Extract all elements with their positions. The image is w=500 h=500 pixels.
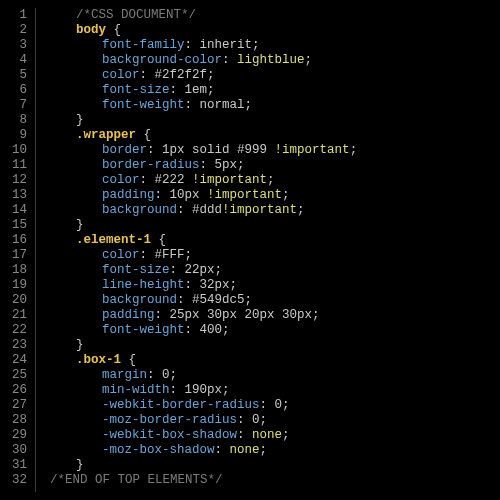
line-number: 7	[12, 98, 27, 113]
line-number: 10	[12, 143, 27, 158]
code-line: line-height: 32px;	[50, 278, 357, 293]
line-number: 24	[12, 353, 27, 368]
line-number: 31	[12, 458, 27, 473]
line-number: 6	[12, 83, 27, 98]
code-line: /*END OF TOP ELEMENTS*/	[50, 473, 357, 488]
line-number: 27	[12, 398, 27, 413]
line-number: 4	[12, 53, 27, 68]
line-number: 1	[12, 8, 27, 23]
code-line: border-radius: 5px;	[50, 158, 357, 173]
line-number: 19	[12, 278, 27, 293]
code-line: border: 1px solid #999 !important;	[50, 143, 357, 158]
line-number: 32	[12, 473, 27, 488]
code-line: color: #FFF;	[50, 248, 357, 263]
code-line: -webkit-box-shadow: none;	[50, 428, 357, 443]
code-line: color: #222 !important;	[50, 173, 357, 188]
line-number: 26	[12, 383, 27, 398]
code-line: font-size: 22px;	[50, 263, 357, 278]
code-line: font-weight: 400;	[50, 323, 357, 338]
line-number: 20	[12, 293, 27, 308]
code-line: font-family: inherit;	[50, 38, 357, 53]
line-number: 5	[12, 68, 27, 83]
code-line: }	[50, 338, 357, 353]
code-line: -webkit-border-radius: 0;	[50, 398, 357, 413]
line-number: 25	[12, 368, 27, 383]
code-line: background: #549dc5;	[50, 293, 357, 308]
code-line: /*CSS DOCUMENT*/	[50, 8, 357, 23]
line-number: 29	[12, 428, 27, 443]
code-line: min-width: 190px;	[50, 383, 357, 398]
code-line: background-color: lightblue;	[50, 53, 357, 68]
line-number: 13	[12, 188, 27, 203]
code-line: padding: 25px 30px 20px 30px;	[50, 308, 357, 323]
line-number: 28	[12, 413, 27, 428]
line-number: 18	[12, 263, 27, 278]
code-line: margin: 0;	[50, 368, 357, 383]
line-number: 11	[12, 158, 27, 173]
code-line: }	[50, 458, 357, 473]
line-number: 21	[12, 308, 27, 323]
code-line: }	[50, 218, 357, 233]
line-number: 30	[12, 443, 27, 458]
code-line: .wrapper {	[50, 128, 357, 143]
code-line: font-weight: normal;	[50, 98, 357, 113]
code-line: font-size: 1em;	[50, 83, 357, 98]
line-number: 17	[12, 248, 27, 263]
code-line: color: #2f2f2f;	[50, 68, 357, 83]
code-line: -moz-border-radius: 0;	[50, 413, 357, 428]
line-number: 12	[12, 173, 27, 188]
code-editor: 1234567891011121314151617181920212223242…	[0, 0, 500, 492]
code-line: -moz-box-shadow: none;	[50, 443, 357, 458]
line-number: 15	[12, 218, 27, 233]
line-number: 16	[12, 233, 27, 248]
code-line: padding: 10px !important;	[50, 188, 357, 203]
line-number: 3	[12, 38, 27, 53]
line-number: 8	[12, 113, 27, 128]
code-line: }	[50, 113, 357, 128]
code-area[interactable]: /*CSS DOCUMENT*/body {font-family: inher…	[36, 8, 357, 492]
code-line: background: #ddd!important;	[50, 203, 357, 218]
code-line: body {	[50, 23, 357, 38]
code-line: .box-1 {	[50, 353, 357, 368]
line-number: 22	[12, 323, 27, 338]
line-number: 14	[12, 203, 27, 218]
line-number-gutter: 1234567891011121314151617181920212223242…	[0, 8, 36, 492]
line-number: 9	[12, 128, 27, 143]
code-line: .element-1 {	[50, 233, 357, 248]
line-number: 23	[12, 338, 27, 353]
line-number: 2	[12, 23, 27, 38]
